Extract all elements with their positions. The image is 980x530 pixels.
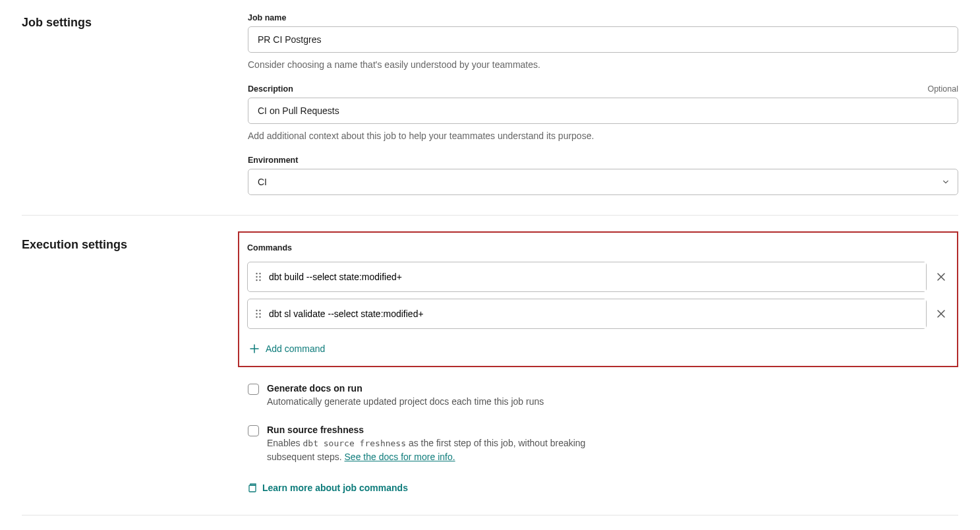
svg-point-5 — [259, 280, 260, 281]
svg-point-2 — [256, 276, 257, 278]
commands-label: Commands — [247, 243, 949, 252]
svg-point-6 — [256, 310, 257, 311]
plus-icon — [250, 344, 259, 353]
execution-settings-title: Execution settings — [22, 235, 248, 252]
execution-settings-section: Execution settings Commands — [22, 235, 958, 515]
svg-rect-12 — [249, 485, 256, 492]
add-command-button[interactable]: Add command — [247, 341, 328, 357]
commands-highlight-box: Commands — [238, 231, 958, 367]
remove-command-button[interactable] — [933, 306, 949, 322]
docs-icon — [248, 483, 257, 492]
environment-group: Environment — [248, 156, 958, 195]
generate-docs-desc: Automatically generate updated project d… — [267, 395, 629, 409]
command-row — [247, 262, 949, 292]
add-command-label: Add command — [266, 343, 325, 354]
section-divider — [22, 215, 958, 216]
svg-point-7 — [259, 310, 260, 311]
command-input[interactable] — [269, 299, 926, 328]
generate-docs-checkbox[interactable] — [248, 384, 259, 395]
learn-more-label: Learn more about job commands — [262, 483, 408, 493]
svg-point-3 — [259, 276, 260, 278]
source-freshness-desc: Enables dbt source freshness as the firs… — [267, 436, 629, 464]
svg-point-10 — [256, 316, 257, 318]
job-name-group: Job name Consider choosing a name that's… — [248, 13, 958, 70]
environment-label: Environment — [248, 156, 298, 165]
svg-rect-13 — [250, 484, 256, 485]
svg-point-4 — [256, 280, 257, 281]
job-settings-section: Job settings Job name Consider choosing … — [22, 13, 958, 215]
command-row — [247, 299, 949, 329]
job-name-input[interactable] — [248, 26, 958, 53]
description-input[interactable] — [248, 98, 958, 124]
close-icon — [937, 272, 946, 281]
description-help: Add additional context about this job to… — [248, 131, 958, 141]
job-settings-title: Job settings — [22, 13, 248, 30]
docs-link[interactable]: See the docs for more info. — [345, 452, 455, 462]
svg-point-1 — [259, 273, 260, 274]
optional-badge: Optional — [927, 84, 958, 94]
learn-more-button[interactable]: Learn more about job commands — [248, 483, 408, 493]
description-group: Description Optional Add additional cont… — [248, 84, 958, 141]
svg-point-8 — [256, 313, 257, 314]
drag-handle-icon[interactable] — [248, 272, 269, 282]
remove-command-button[interactable] — [933, 269, 949, 285]
svg-point-9 — [259, 313, 260, 314]
job-name-label: Job name — [248, 13, 286, 22]
svg-point-11 — [259, 316, 260, 318]
command-input[interactable] — [269, 262, 926, 291]
source-freshness-checkbox[interactable] — [248, 425, 259, 436]
job-name-help: Consider choosing a name that's easily u… — [248, 59, 958, 70]
description-label: Description — [248, 84, 293, 94]
drag-handle-icon[interactable] — [248, 309, 269, 319]
close-icon — [937, 309, 946, 318]
source-freshness-row: Run source freshness Enables dbt source … — [248, 425, 629, 464]
environment-select[interactable] — [248, 169, 958, 195]
generate-docs-row: Generate docs on run Automatically gener… — [248, 383, 629, 409]
svg-point-0 — [256, 273, 257, 274]
section-divider — [22, 515, 958, 515]
generate-docs-title: Generate docs on run — [267, 383, 629, 394]
source-freshness-title: Run source freshness — [267, 425, 629, 435]
